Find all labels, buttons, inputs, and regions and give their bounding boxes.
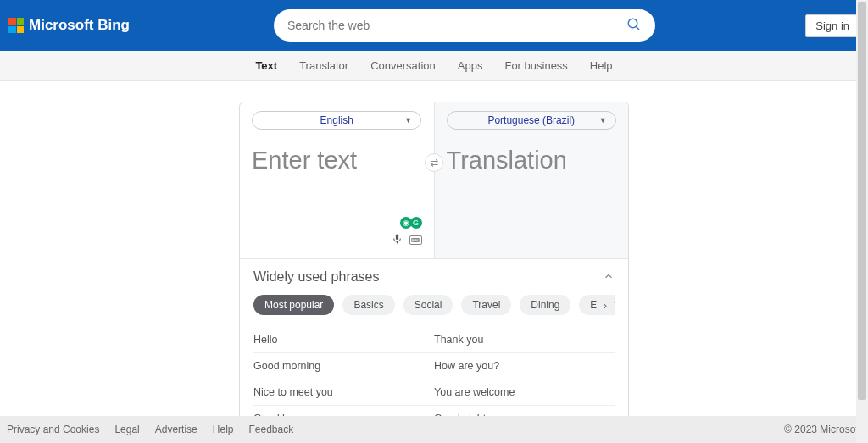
grammarly-icon[interactable]: ◉ G (400, 217, 422, 229)
translator-card: English ▼ Enter text ◉ G ⌨ ⇄ Portuguese … (239, 102, 629, 443)
footer-privacy[interactable]: Privacy and Cookies (7, 424, 99, 435)
brand-logo[interactable]: Microsoft Bing (8, 17, 130, 34)
svg-rect-2 (395, 235, 398, 241)
tab-help[interactable]: Help (590, 59, 613, 72)
phrases-title: Widely used phrases (253, 269, 380, 285)
footer-advertise[interactable]: Advertise (155, 424, 198, 435)
signin-button[interactable]: Sign in (805, 14, 860, 37)
scrollbar[interactable] (856, 0, 868, 443)
header: Microsoft Bing Sign in (0, 0, 868, 51)
tab-apps[interactable]: Apps (458, 59, 483, 72)
brand-text: Microsoft Bing (29, 17, 130, 34)
chip-basics[interactable]: Basics (342, 295, 394, 315)
search-box (274, 9, 655, 42)
footer-copyright: © 2023 Microsoft (784, 424, 861, 435)
chip-scroll-right-icon[interactable]: › (596, 296, 615, 314)
tab-conversation[interactable]: Conversation (370, 59, 436, 72)
keyboard-icon[interactable]: ⌨ (409, 235, 422, 245)
tab-text[interactable]: Text (255, 59, 277, 72)
source-language-selector[interactable]: English ▼ (252, 111, 421, 130)
scrollbar-thumb[interactable] (858, 2, 866, 400)
target-language-label: Portuguese (Brazil) (487, 114, 575, 126)
phrase-item[interactable]: You are welcome (434, 379, 615, 406)
svg-line-1 (636, 26, 639, 30)
swap-languages-button[interactable]: ⇄ (425, 153, 443, 172)
chevron-down-icon: ▼ (599, 116, 607, 125)
chip-travel[interactable]: Travel (461, 295, 511, 315)
chevron-down-icon: ▼ (404, 116, 412, 125)
tab-translator[interactable]: Translator (299, 59, 348, 72)
microsoft-logo-icon (8, 18, 24, 33)
phrase-item[interactable]: Nice to meet you (253, 379, 434, 406)
search-input[interactable] (287, 19, 626, 32)
source-language-label: English (320, 114, 353, 126)
chevron-up-icon[interactable] (603, 270, 615, 285)
footer-legal[interactable]: Legal (114, 424, 139, 435)
chip-social[interactable]: Social (403, 295, 453, 315)
source-text-placeholder[interactable]: Enter text (252, 147, 422, 174)
phrase-category-chips: Most popular Basics Social Travel Dining… (253, 295, 615, 315)
source-pane: English ▼ Enter text ◉ G ⌨ (240, 102, 434, 258)
svg-point-0 (628, 19, 637, 28)
phrase-item[interactable]: Thank you (434, 327, 615, 353)
footer: Privacy and Cookies Legal Advertise Help… (0, 416, 868, 443)
phrase-item[interactable]: Good morning (253, 353, 434, 379)
nav-tabs: Text Translator Conversation Apps For bu… (0, 51, 868, 81)
chip-dining[interactable]: Dining (520, 295, 570, 315)
target-text-placeholder: Translation (447, 147, 617, 174)
footer-feedback[interactable]: Feedback (248, 424, 293, 435)
footer-help[interactable]: Help (213, 424, 234, 435)
tab-for-business[interactable]: For business (504, 59, 567, 72)
target-language-selector[interactable]: Portuguese (Brazil) ▼ (447, 111, 616, 130)
phrase-item[interactable]: Hello (253, 327, 434, 353)
microphone-icon[interactable] (392, 232, 403, 248)
phrase-item[interactable]: How are you? (434, 353, 615, 379)
search-icon[interactable] (626, 17, 642, 35)
target-pane: Portuguese (Brazil) ▼ Translation (434, 102, 629, 258)
chip-most-popular[interactable]: Most popular (253, 295, 334, 315)
